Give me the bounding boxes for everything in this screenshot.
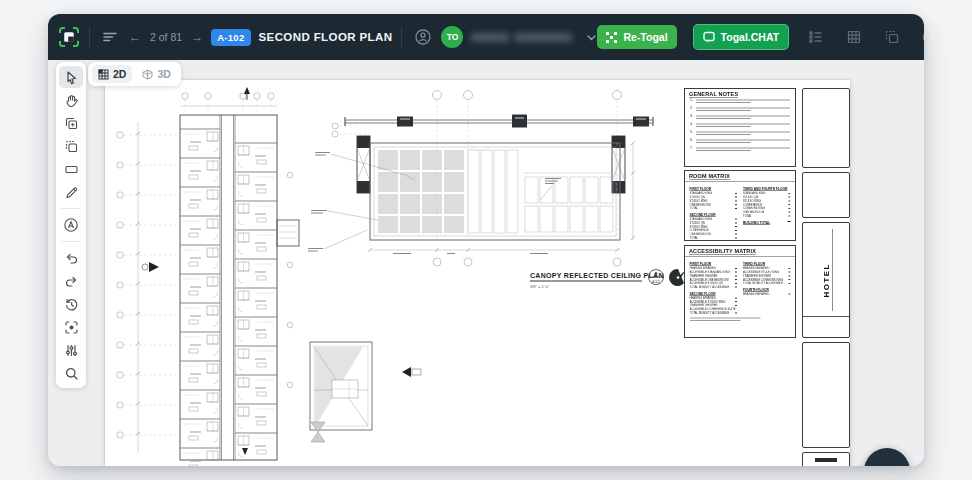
pool-detail	[310, 342, 421, 442]
toolbar-actions: Re-Togal Togal.CHAT	[597, 24, 924, 50]
adjust-sliders-tool[interactable]	[59, 339, 83, 361]
togal-chat-button[interactable]: Togal.CHAT	[693, 24, 790, 50]
accessibility-matrix-title: ACCESSIBILITY MATRIX	[689, 248, 756, 255]
retogal-label: Re-Togal	[623, 31, 667, 43]
divider	[401, 26, 402, 48]
chevron-down-icon[interactable]	[586, 32, 597, 43]
project-name-vertical: HOTEL	[822, 263, 831, 298]
titleblock-box-1	[802, 88, 850, 168]
divider	[61, 241, 81, 242]
accessibility-col-right: THIRD FLOOR HEARING IMPAIREDACCESSIBLE S…	[743, 260, 791, 315]
view-mode-toggle: 2D 3D	[88, 62, 181, 86]
room-matrix-title: ROOM MATRIX	[689, 173, 730, 180]
page-counter: 2 of 81	[150, 31, 182, 43]
togal-logo[interactable]	[58, 26, 80, 48]
retogal-grid-icon	[606, 32, 617, 43]
drawing-canvas[interactable]: CANOPY REFLECTED CEILING PLAN 3/8" = 1'-…	[48, 60, 924, 466]
top-toolbar: ← 2 of 81 → A-102 SECOND FLOOR PLAN TO	[48, 14, 924, 60]
chat-fab-button[interactable]	[864, 448, 910, 466]
sheet-number-badge[interactable]: A-102	[211, 29, 250, 46]
svg-text:A-102: A-102	[652, 280, 660, 284]
prev-page-button[interactable]: ←	[129, 30, 141, 44]
focus-target-tool[interactable]	[59, 316, 83, 338]
view-2d-button[interactable]: 2D	[92, 65, 132, 83]
grid-icon[interactable]	[843, 26, 865, 48]
detail-marker: 2 A-102	[649, 270, 664, 285]
cube-3d-icon	[142, 69, 153, 80]
history-icon[interactable]	[411, 25, 435, 49]
togal-chat-label: Togal.CHAT	[721, 31, 780, 43]
view-2d-label: 2D	[113, 68, 126, 80]
user-name-redacted	[471, 33, 572, 42]
tool-palette	[56, 62, 86, 388]
undo-tool[interactable]	[59, 247, 83, 269]
titleblock-project-box: HOTEL	[802, 222, 850, 338]
scale-bar-icon[interactable]	[919, 26, 924, 48]
canopy-plan	[308, 91, 653, 267]
accessibility-col-left: FIRST FLOOR HEARING IMPAIREDACCESSIBLE S…	[690, 260, 738, 315]
general-notes-panel: GENERAL NOTES	[684, 88, 796, 167]
plan-title-group: CANOPY REFLECTED CEILING PLAN 3/8" = 1'-…	[530, 269, 686, 289]
titleblock-box-4	[802, 342, 850, 448]
room-matrix-panel: ROOM MATRIX FIRST FLOOR STANDARD KINGSTU…	[684, 170, 796, 241]
room-matrix-col-right: THIRD AND FOURTH FLOOR STANDARD KINGSTUD…	[743, 185, 791, 240]
search-zoom-tool[interactable]	[59, 362, 83, 384]
view-3d-label: 3D	[157, 68, 170, 80]
screen: ← 2 of 81 → A-102 SECOND FLOOR PLAN TO	[0, 0, 972, 480]
redo-tool[interactable]	[59, 270, 83, 292]
polygon-annotate-tool[interactable]	[59, 214, 83, 236]
titleblock-box-2	[802, 172, 850, 218]
list-icon[interactable]	[805, 26, 827, 48]
pages-icon[interactable]	[881, 26, 903, 48]
accessibility-matrix-panel: ACCESSIBILITY MATRIX FIRST FLOOR HEARING…	[684, 245, 796, 338]
divider	[89, 26, 90, 48]
menu-icon[interactable]	[99, 26, 121, 48]
hand-pan-tool[interactable]	[59, 89, 83, 111]
chat-icon	[703, 31, 715, 43]
sheet-page[interactable]: CANOPY REFLECTED CEILING PLAN 3/8" = 1'-…	[105, 80, 850, 466]
avatar[interactable]: TO	[441, 26, 463, 48]
floor-plan-strip	[117, 87, 299, 466]
next-page-button[interactable]: →	[191, 30, 203, 44]
rectangle-tool[interactable]	[59, 158, 83, 180]
divider	[61, 208, 81, 209]
pages-tool[interactable]	[59, 135, 83, 157]
retogal-button[interactable]: Re-Togal	[597, 25, 676, 49]
grid-2d-icon	[98, 69, 109, 80]
plan-scale: 3/8" = 1'-0"	[530, 284, 550, 289]
togal-logo-icon	[58, 26, 80, 48]
app-window: ← 2 of 81 → A-102 SECOND FLOOR PLAN TO	[48, 14, 924, 466]
general-notes-title: GENERAL NOTES	[689, 91, 738, 98]
history-reset-tool[interactable]	[59, 293, 83, 315]
sheet-title: SECOND FLOOR PLAN	[259, 31, 393, 43]
cursor-tool[interactable]	[59, 66, 83, 88]
page-pagination: ← 2 of 81 →	[129, 30, 203, 44]
room-matrix-col-left: FIRST FLOOR STANDARD KINGSTUDIO QNSTUDIO…	[690, 185, 738, 240]
general-notes-list	[685, 100, 795, 152]
duplicate-tool[interactable]	[59, 112, 83, 134]
pencil-tool[interactable]	[59, 181, 83, 203]
plan-title: CANOPY REFLECTED CEILING PLAN	[530, 272, 664, 279]
titleblock-sheetno-box	[802, 452, 850, 466]
view-3d-button[interactable]: 3D	[136, 65, 176, 83]
